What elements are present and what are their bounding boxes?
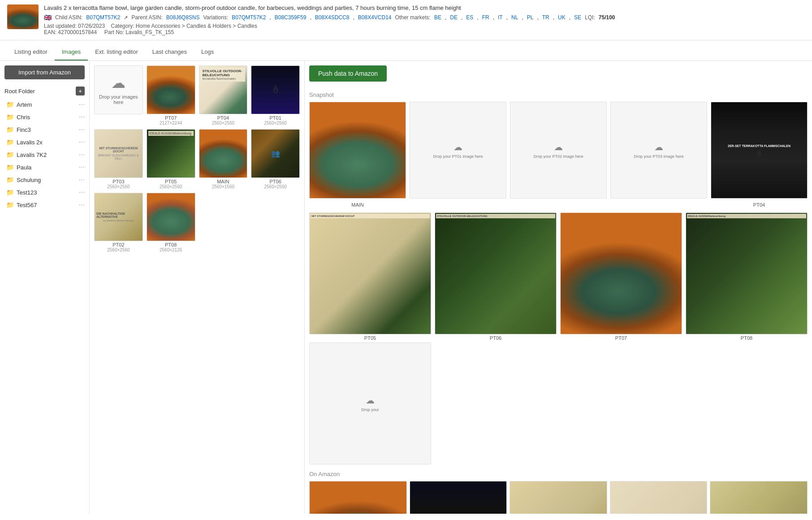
sidebar-item-finc3[interactable]: 📁 Finc3 ··· — [0, 123, 89, 136]
folder-menu-schulung[interactable]: ··· — [79, 176, 85, 184]
sidebar-item-schulung[interactable]: 📁 Schulung ··· — [0, 173, 89, 186]
folder-menu-test123[interactable]: ··· — [79, 188, 85, 196]
folder-icon-paula: 📁 — [6, 164, 14, 171]
img-cell-pt08[interactable]: PT08 2560×2126 — [147, 193, 195, 253]
snapshot-pt01-drop[interactable]: ☁ Drop your PT01 image here — [410, 102, 506, 199]
ean-label: EAN: — [44, 29, 56, 35]
img-cell-pt05[interactable]: IDEALE AUSSENBeleuchtung PT05 2560×2560 — [147, 129, 195, 189]
snapshot-pt03-drop[interactable]: ☁ Drop your PT03 image here — [610, 102, 707, 199]
img-cell-pt01[interactable]: 🕯 PT01 2560×2560 — [251, 65, 300, 126]
sidebar-item-artem[interactable]: 📁 Artem ··· — [0, 98, 89, 111]
market-fr[interactable]: FR — [482, 14, 489, 21]
child-asin-label: Child ASIN: — [55, 14, 82, 21]
folder-menu-artem[interactable]: ··· — [79, 100, 85, 108]
parent-asin-link[interactable]: B08J6Q8SNS — [166, 14, 200, 21]
tab-last-changes[interactable]: Last changes — [145, 44, 194, 61]
folder-icon-lavalis7k2: 📁 — [6, 151, 14, 158]
market-it[interactable]: IT — [498, 14, 503, 21]
amazon-main-cell[interactable]: MAIN 2560×1560 — [309, 481, 407, 514]
market-nl[interactable]: NL — [511, 14, 518, 21]
snapshot-pt04-cell[interactable]: 2ER-SET TERRAKOTTA FLAMMSCHALEN 🕯 — [711, 102, 808, 199]
variation-2[interactable]: B08C359F59 — [275, 14, 307, 21]
amazon-pt02-cell[interactable]: DIE NACHHALTIGE ALTERNATIVE zu herkömmli… — [510, 481, 607, 514]
img-size-pt01: 2560×2560 — [264, 121, 286, 126]
snapshot-main-cell[interactable] — [309, 102, 406, 199]
variation-1[interactable]: B07QMT57K2 — [232, 14, 266, 21]
sidebar-item-lavalis7k2[interactable]: 📁 Lavalis 7K2 ··· — [0, 148, 89, 161]
add-folder-button[interactable]: + — [76, 87, 85, 95]
folder-icon-finc3: 📁 — [6, 126, 14, 133]
tab-ext-listing-editor[interactable]: Ext. listing editor — [88, 44, 145, 61]
folder-icon-chris: 📁 — [6, 113, 14, 121]
upload-cloud-icon: ☁ — [111, 74, 125, 91]
sidebar-item-lavalis2x[interactable]: 📁 Lavalis 2x ··· — [0, 136, 89, 148]
snapshot-pt07-cell[interactable]: PT07 — [560, 212, 682, 341]
variations-label: Variations: — [203, 14, 229, 21]
variation-3[interactable]: B08X4SDCC8 — [315, 14, 350, 21]
amazon-pt04-cell[interactable]: STILVOLLE OUTDOOR-BELEUCHTUNG PT04 2560×… — [710, 481, 808, 514]
snapshot-pt08-cell[interactable]: IDEALE AUSSENbeleuchtung PT08 — [686, 212, 808, 341]
market-uk[interactable]: UK — [558, 14, 566, 21]
snapshot-pt05-cell[interactable]: MIT STURMGESICHEREM DOCHT PT05 — [309, 212, 431, 341]
img-cell-pt03[interactable]: MIT STURMGESICHEREM DOCHT BRENNT GLEICHM… — [94, 129, 143, 189]
market-es[interactable]: ES — [466, 14, 473, 21]
snapshot-pt02-drop[interactable]: ☁ Drop your PT02 image here — [510, 102, 607, 199]
sidebar-item-test123[interactable]: 📁 Test123 ··· — [0, 186, 89, 199]
folder-menu-lavalis2x[interactable]: ··· — [79, 138, 85, 146]
amazon-pt01-cell[interactable]: 2ER-SET TERRAKOTTA FLAMMSCHALEN 🕯 PT01 2… — [410, 481, 507, 514]
product-title: Lavalis 2 x terracotta flame bowl, large… — [44, 4, 805, 11]
tab-images[interactable]: Images — [55, 44, 88, 61]
img-size-main: 2560×1560 — [212, 184, 234, 189]
img-cell-pt06[interactable]: 👥 PT06 2560×2560 — [251, 129, 300, 189]
tab-logs[interactable]: Logs — [194, 44, 221, 61]
snapshot-pt04-label: PT04 — [711, 201, 808, 208]
folder-name-paula: Paula — [17, 164, 31, 171]
last-updated-value: 07/26/2023 — [78, 23, 105, 29]
folder-icon-test123: 📁 — [6, 189, 14, 196]
tab-listing-editor[interactable]: Listing editor — [7, 44, 55, 61]
market-be[interactable]: BE — [434, 14, 441, 21]
snapshot-pt06-cell[interactable]: STILVOLLE OUTDOOR-BELEUCHTUNG PT06 — [435, 212, 557, 341]
upload-cloud-icon-pt03: ☁ — [654, 142, 663, 152]
market-tr[interactable]: TR — [542, 14, 549, 21]
img-cell-main[interactable]: MAIN 2560×1560 — [199, 129, 248, 189]
img-cell-pt02[interactable]: DIE NACHHALTIGE ALTERNATIVE zu herkömmli… — [94, 193, 143, 253]
child-asin-link[interactable]: B07QMT57K2 — [86, 14, 120, 21]
folder-menu-chris[interactable]: ··· — [79, 113, 85, 121]
variation-4[interactable]: B08X4VCD14 — [358, 14, 392, 21]
sidebar-item-paula[interactable]: 📁 Paula ··· — [0, 161, 89, 173]
amazon-pt03-cell[interactable]: MIT STURMGESICHEREM DOCHT BRENNT GLEICHM… — [610, 481, 708, 514]
folder-name-test123: Test123 — [17, 189, 37, 196]
header-meta-row1: 🇬🇧 Child ASIN: B07QMT57K2 ↗ Parent ASIN:… — [44, 14, 805, 21]
img-size-pt07: 2127×2244 — [160, 121, 182, 126]
folder-name-chris: Chris — [17, 114, 30, 121]
flag-icon: 🇬🇧 — [44, 14, 52, 21]
market-de[interactable]: DE — [450, 14, 458, 21]
sidebar-item-chris[interactable]: 📁 Chris ··· — [0, 111, 89, 123]
folder-menu-test567[interactable]: ··· — [79, 201, 85, 209]
img-size-pt04: 2560×2560 — [212, 121, 234, 126]
push-data-to-amazon-button[interactable]: Push data to Amazon — [309, 65, 387, 82]
drop-pt02-text: Drop your PT02 image here — [531, 154, 585, 159]
img-label-pt06: PT06 — [269, 179, 281, 184]
snapshot-drop-more[interactable]: ☁ Drop your — [309, 342, 431, 464]
sidebar-item-test567[interactable]: 📁 Test567 ··· — [0, 199, 89, 211]
folder-menu-lavalis7k2[interactable]: ··· — [79, 151, 85, 159]
folder-menu-paula[interactable]: ··· — [79, 163, 85, 171]
lqi-value: 75/100 — [599, 14, 615, 21]
market-se[interactable]: SE — [574, 14, 581, 21]
drop-zone-text: Drop your images here — [95, 94, 143, 105]
folder-menu-finc3[interactable]: ··· — [79, 126, 85, 134]
market-pl[interactable]: PL — [527, 14, 534, 21]
snapshot-title: Snapshot — [309, 91, 808, 98]
right-panel: Push data to Amazon Snapshot — [305, 61, 812, 514]
img-size-pt03: 2560×2560 — [107, 184, 130, 189]
snapshot-pt07-label: PT07 — [615, 335, 627, 341]
snapshot-main-label: MAIN — [309, 201, 406, 208]
img-cell-pt04[interactable]: STILVOLLE OUTDOOR-BELEUCHTUNG terrakotta… — [199, 65, 248, 126]
fire-icon: 🕯 — [271, 84, 281, 95]
img-cell-pt07[interactable]: PT07 2127×2244 — [147, 65, 195, 126]
import-from-amazon-button[interactable]: Import from Amazon — [4, 65, 85, 79]
img-label-pt07: PT07 — [165, 115, 177, 121]
drop-zone-cell[interactable]: ☁ Drop your images here — [94, 65, 143, 126]
